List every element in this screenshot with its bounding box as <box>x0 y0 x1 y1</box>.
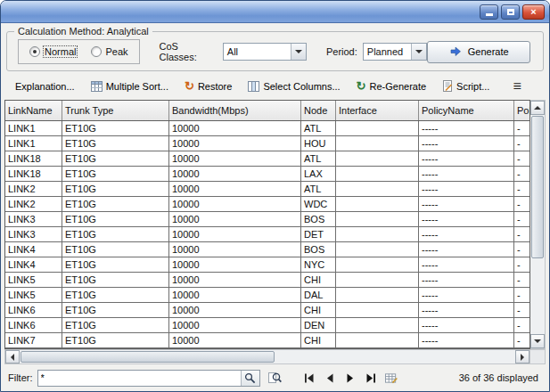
column-header[interactable]: Bandwidth(Mbps) <box>169 101 301 120</box>
regenerate-button[interactable]: ↻ Re-Generate <box>349 78 434 95</box>
table-row[interactable]: LINK6ET10G10000DEN------ <box>5 318 529 333</box>
vertical-scrollbar[interactable] <box>530 100 546 349</box>
table-cell: ----- <box>419 182 514 196</box>
period-select[interactable]: Planned <box>363 43 428 61</box>
maximize-button[interactable] <box>501 4 520 20</box>
table-row[interactable]: LINK3ET10G10000DET------ <box>5 227 529 242</box>
close-button[interactable]: × <box>522 4 545 20</box>
table-row[interactable]: LINK4ET10G10000NYC------ <box>5 257 529 273</box>
table-cell: - <box>514 167 529 181</box>
table-cell: ET10G <box>62 197 169 211</box>
table-cell: LINK5 <box>5 273 62 287</box>
chevron-down-icon <box>415 50 423 53</box>
generate-button[interactable]: Generate <box>427 41 530 63</box>
export-table-button[interactable] <box>385 372 398 384</box>
table-cell: 10000 <box>169 151 301 166</box>
table-row[interactable]: LINK18ET10G10000ATL------ <box>5 151 529 167</box>
table-cell: ET10G <box>62 273 169 287</box>
table-cell: - <box>514 151 529 166</box>
table-cell: ET10G <box>62 151 169 166</box>
normal-radio-label: Normal <box>44 46 77 57</box>
horizontal-scrollbar-row <box>4 349 546 364</box>
peak-radio[interactable]: Peak <box>91 46 127 57</box>
normal-radio[interactable]: Normal <box>29 46 77 57</box>
maximize-icon <box>507 9 514 15</box>
script-button[interactable]: Script... <box>435 77 497 95</box>
table-cell: - <box>514 182 529 196</box>
regenerate-icon: ↻ <box>357 81 366 91</box>
menu-icon[interactable]: ≡ <box>507 79 526 94</box>
table-row[interactable]: LINK1ET10G10000HOU------ <box>5 136 529 151</box>
horizontal-scrollbar[interactable] <box>4 349 530 364</box>
table-cell <box>336 288 419 302</box>
column-header[interactable]: Node <box>301 101 336 120</box>
arrow-up-icon <box>534 106 541 110</box>
minimize-button[interactable] <box>480 4 498 20</box>
radio-unselected-icon <box>91 46 102 57</box>
vertical-scrollbar-thumb[interactable] <box>531 116 544 258</box>
table-row[interactable]: LINK6ET10G10000CHI------ <box>5 303 529 318</box>
scrollbar-corner <box>530 349 546 364</box>
close-icon: × <box>530 6 536 17</box>
table-cell <box>336 121 419 135</box>
table-row[interactable]: LINK5ET10G10000DAL------ <box>5 288 529 303</box>
filter-input[interactable] <box>38 372 241 383</box>
titlebar[interactable]: × <box>1 1 549 23</box>
explanation-button[interactable]: Explanation... <box>8 78 82 95</box>
horizontal-scrollbar-thumb[interactable] <box>21 351 275 363</box>
table-cell <box>336 227 419 241</box>
column-header[interactable]: PolicyName <box>419 101 514 120</box>
table-cell: - <box>514 288 529 302</box>
table-cell <box>336 273 419 287</box>
table-cell <box>336 167 419 181</box>
cos-dropdown-button[interactable] <box>291 44 306 60</box>
scroll-down-button[interactable] <box>530 334 545 348</box>
period-dropdown-button[interactable] <box>411 44 426 60</box>
first-page-button[interactable] <box>303 372 316 384</box>
column-header[interactable]: Pol <box>514 101 529 120</box>
table-row[interactable]: LINK3ET10G10000BOS------ <box>5 212 529 227</box>
restore-button[interactable]: ↻ Restore <box>177 78 239 95</box>
table-row[interactable]: LINK2ET10G10000WDC------ <box>5 197 529 212</box>
select-columns-button[interactable]: Select Columns... <box>241 78 347 95</box>
table-cell <box>336 182 419 196</box>
scroll-left-button[interactable] <box>5 350 20 363</box>
cos-classes-label: CoS Classes: <box>160 41 218 62</box>
table-cell: 10000 <box>169 182 301 196</box>
last-page-button[interactable] <box>365 372 377 384</box>
column-header[interactable]: Interface <box>336 101 419 120</box>
table-cell: - <box>514 273 529 287</box>
table-cell: 10000 <box>169 303 301 317</box>
column-header[interactable]: Trunk Type <box>62 101 169 120</box>
table-row[interactable]: LINK18ET10G10000LAX------ <box>5 167 529 182</box>
column-header[interactable]: LinkName <box>5 101 62 120</box>
radio-selected-icon <box>29 46 40 57</box>
next-page-button[interactable] <box>344 372 357 384</box>
table-row[interactable]: LINK5ET10G10000CHI------ <box>5 273 529 288</box>
table-cell: 10000 <box>169 227 301 241</box>
table-cell: DAL <box>301 288 336 302</box>
period-label: Period: <box>326 46 357 57</box>
generate-arrow-icon <box>449 46 462 57</box>
table-row[interactable]: LINK4ET10G10000BOS------ <box>5 242 529 257</box>
table-cell <box>336 136 419 151</box>
table-cell <box>336 242 419 257</box>
table-cell: - <box>514 121 529 135</box>
scroll-up-button[interactable] <box>530 101 545 115</box>
table-cell: LAX <box>301 167 336 181</box>
scroll-right-button[interactable] <box>515 350 529 363</box>
table-cell: LINK5 <box>5 288 62 302</box>
multiple-sort-button[interactable]: Multiple Sort... <box>84 78 176 95</box>
advanced-search-button[interactable] <box>265 370 286 387</box>
table-row[interactable]: LINK2ET10G10000ATL------ <box>5 182 529 197</box>
table-row[interactable]: LINK7ET10G10000CHI------ <box>5 333 529 348</box>
table-cell: ----- <box>419 242 514 257</box>
table-cell: 10000 <box>169 212 301 226</box>
table-cell: LINK6 <box>5 318 62 332</box>
cos-classes-select[interactable]: All <box>223 43 307 61</box>
filter-search-button[interactable] <box>241 371 259 386</box>
previous-page-button[interactable] <box>324 372 336 384</box>
table-zone: LinkNameTrunk TypeBandwidth(Mbps)NodeInt… <box>4 100 546 349</box>
table-cell: 10000 <box>169 167 301 181</box>
table-row[interactable]: LINK1ET10G10000ATL------ <box>5 121 529 136</box>
